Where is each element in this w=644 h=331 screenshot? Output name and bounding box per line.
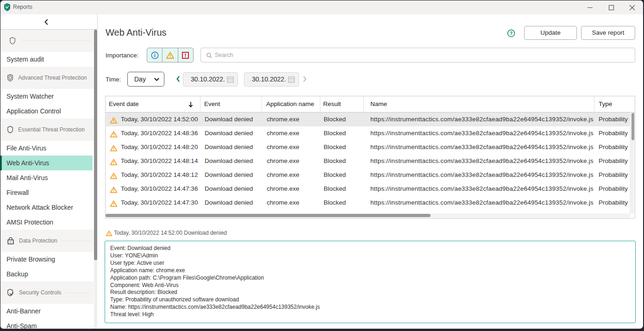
- svg-text:?: ?: [510, 31, 513, 36]
